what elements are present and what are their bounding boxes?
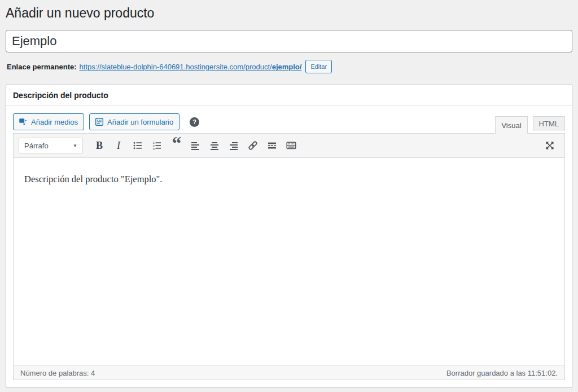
align-center-button[interactable] bbox=[206, 138, 223, 153]
add-form-label: Añadir un formulario bbox=[107, 118, 173, 126]
editor-toolbar: Párrafo ▼ B I bbox=[14, 134, 564, 158]
bold-icon: B bbox=[96, 140, 103, 152]
italic-button[interactable]: I bbox=[110, 138, 127, 153]
bullet-list-button[interactable] bbox=[129, 138, 146, 153]
paragraph-format-dropdown[interactable]: Párrafo ▼ bbox=[19, 138, 83, 153]
more-tag-icon bbox=[266, 140, 278, 151]
numbered-list-button[interactable]: 1 2 3 bbox=[148, 138, 165, 153]
more-tag-button[interactable] bbox=[264, 138, 281, 153]
permalink-link[interactable]: https://slateblue-dolphin-640691.hosting… bbox=[80, 63, 302, 71]
keyboard-shortcuts-button[interactable] bbox=[283, 138, 300, 153]
bold-button[interactable]: B bbox=[91, 138, 108, 153]
add-media-icon bbox=[18, 117, 28, 127]
align-left-button[interactable] bbox=[187, 138, 204, 153]
add-form-button[interactable]: Añadir un formulario bbox=[89, 113, 179, 130]
panel-header: Descripción del producto bbox=[6, 85, 572, 106]
bullet-list-icon bbox=[132, 140, 143, 151]
add-media-button[interactable]: Añadir medios bbox=[13, 113, 84, 130]
add-product-page: Añadir un nuevo producto Enlace permanen… bbox=[0, 0, 578, 387]
align-right-icon bbox=[228, 140, 239, 151]
numbered-list-icon: 1 2 3 bbox=[151, 140, 163, 151]
align-right-button[interactable] bbox=[225, 138, 242, 153]
autosave-status: Borrador guardado a las 11:51:02. bbox=[446, 369, 558, 377]
panel-body: Añadir medios Añadir un formulario bbox=[6, 106, 572, 387]
product-title-input[interactable] bbox=[6, 30, 572, 52]
editor-statusbar: Número de palabras: 4 Borrador guardado … bbox=[14, 365, 564, 380]
word-count: Número de palabras: 4 bbox=[20, 369, 95, 377]
tab-visual[interactable]: Visual bbox=[495, 116, 527, 134]
permalink-url-base: https://slateblue-dolphin-640691.hosting… bbox=[80, 63, 272, 71]
panel-title: Descripción del producto bbox=[13, 91, 108, 100]
editor-paragraph: Descripción del producto "Ejemplo". bbox=[24, 173, 554, 187]
align-center-icon bbox=[209, 140, 220, 151]
expand-icon bbox=[544, 140, 555, 151]
link-button[interactable] bbox=[244, 138, 261, 153]
edit-permalink-button[interactable]: Editar bbox=[305, 60, 332, 73]
blockquote-icon: “ bbox=[172, 141, 181, 150]
paragraph-format-label: Párrafo bbox=[24, 142, 49, 150]
editor-mode-tabs: Visual HTML bbox=[495, 116, 565, 133]
help-icon[interactable]: ? bbox=[190, 117, 199, 127]
blockquote-button[interactable]: “ bbox=[168, 138, 185, 153]
tab-html[interactable]: HTML bbox=[533, 116, 565, 131]
italic-icon: I bbox=[117, 140, 120, 152]
page-title: Añadir un nuevo producto bbox=[6, 0, 572, 21]
permalink-row: Enlace permanente: https://slateblue-dol… bbox=[7, 60, 572, 73]
product-description-panel: Descripción del producto bbox=[6, 85, 572, 387]
permalink-slug: ejemplo/ bbox=[272, 63, 302, 71]
svg-text:3: 3 bbox=[152, 147, 155, 151]
add-form-icon bbox=[94, 117, 104, 127]
editor-content-area[interactable]: Descripción del producto "Ejemplo". bbox=[14, 158, 564, 365]
chevron-down-icon: ▼ bbox=[73, 143, 77, 148]
editor-container: Párrafo ▼ B I bbox=[13, 133, 565, 380]
align-left-icon bbox=[190, 140, 201, 151]
permalink-label: Enlace permanente: bbox=[7, 63, 77, 71]
link-icon bbox=[247, 140, 259, 151]
fullscreen-button[interactable] bbox=[541, 138, 558, 153]
keyboard-icon bbox=[286, 140, 297, 151]
add-media-label: Añadir medios bbox=[31, 118, 78, 126]
editor-tools: Añadir medios Añadir un formulario bbox=[13, 113, 565, 133]
media-buttons: Añadir medios Añadir un formulario bbox=[13, 113, 199, 130]
